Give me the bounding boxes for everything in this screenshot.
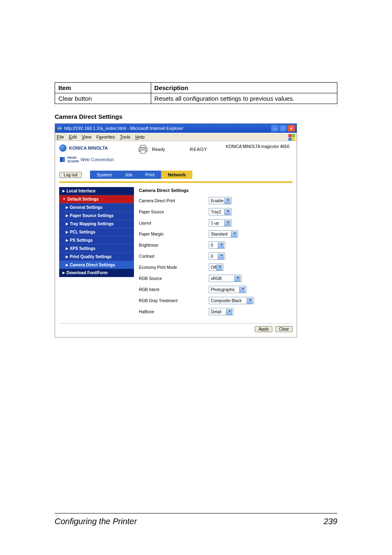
label-camera-direct-print: Camera Direct Print xyxy=(139,199,209,203)
sidebar-item-download-font[interactable]: ▶Download Font/Form xyxy=(59,269,134,277)
clear-button[interactable]: Clear xyxy=(275,326,293,332)
globe-icon xyxy=(59,144,67,152)
sidebar-item-local-interface[interactable]: ▶Local Interface xyxy=(59,187,134,195)
printer-icon xyxy=(137,144,149,154)
select-contrast[interactable]: 0 xyxy=(209,252,225,260)
sidebar: ▶Local Interface ▼Default Settings ▶Gene… xyxy=(59,187,134,319)
select-rgb-intent[interactable]: Photographic xyxy=(209,286,247,293)
label-paper-source: Paper Source xyxy=(139,210,209,214)
ie-icon xyxy=(57,125,62,131)
table-row: Clear button Resets all configuration se… xyxy=(55,93,337,104)
sidebar-item-print-quality[interactable]: ▶Print Quality Settings xyxy=(59,252,134,261)
tab-print[interactable]: Print xyxy=(139,171,161,179)
menu-view[interactable]: View xyxy=(82,134,92,139)
sidebar-item-general[interactable]: ▶General Settings xyxy=(59,203,134,211)
menu-favorites[interactable]: Favorites xyxy=(96,134,115,139)
select-rgb-source[interactable]: sRGB xyxy=(209,275,242,282)
logout-button[interactable]: Log out xyxy=(59,172,82,178)
apply-button[interactable]: Apply xyxy=(255,326,272,332)
menu-bar: File Edit View Favorites Tools Help xyxy=(55,133,297,141)
menu-file[interactable]: File xyxy=(57,134,64,139)
sidebar-item-default-settings[interactable]: ▼Default Settings xyxy=(59,195,134,203)
label-halftone: Halftone xyxy=(139,310,209,314)
sidebar-item-pcl[interactable]: ▶PCL Settings xyxy=(59,228,134,236)
label-contrast: Contrast xyxy=(139,254,209,259)
main-panel: Camera Direct Settings Camera Direct Pri… xyxy=(134,187,293,319)
select-paper-margin[interactable]: Standard xyxy=(209,230,238,238)
svg-rect-1 xyxy=(60,157,62,162)
tab-network[interactable]: Network xyxy=(161,171,192,179)
status-ready-small: Ready xyxy=(152,147,165,152)
menu-edit[interactable]: Edit xyxy=(69,134,77,139)
select-paper-source[interactable]: Tray2 xyxy=(209,208,232,215)
sidebar-item-ps[interactable]: ▶PS Settings xyxy=(59,236,134,244)
tab-bar: System Job Print Network xyxy=(90,171,192,179)
label-brightness: Brightness xyxy=(139,243,209,247)
menu-tools[interactable]: Tools xyxy=(120,134,131,139)
svg-rect-5 xyxy=(141,150,145,153)
select-halftone[interactable]: Detail xyxy=(209,308,233,315)
cell-item: Clear button xyxy=(55,93,151,104)
close-button[interactable]: × xyxy=(288,125,295,132)
label-rgb-gray: RGB Gray Treatment xyxy=(139,298,209,303)
svg-rect-2 xyxy=(62,157,65,162)
label-rgb-source: RGB Source xyxy=(139,276,209,281)
windows-logo-icon xyxy=(288,134,295,141)
label-layout: Layout xyxy=(139,221,209,225)
section-heading: Camera Direct Settings xyxy=(55,113,337,120)
tab-job[interactable]: Job xyxy=(118,171,139,179)
model-label: KONICA MINOLTA magicolor 4650 xyxy=(226,144,289,149)
select-brightness[interactable]: 0 xyxy=(209,241,225,249)
menu-help[interactable]: Help xyxy=(135,134,145,139)
konica-minolta-logo: KONICA MINOLTA xyxy=(59,144,137,152)
status-ready-big: READY xyxy=(190,147,208,152)
sidebar-item-camera-direct[interactable]: ▶Camera Direct Settings xyxy=(59,261,134,269)
sidebar-item-tray-mapping[interactable]: ▶Tray Mapping Settings xyxy=(59,220,134,228)
minimize-button[interactable]: – xyxy=(271,125,279,132)
sidebar-item-xps[interactable]: ▶XPS Settings xyxy=(59,244,134,252)
tab-system[interactable]: System xyxy=(90,171,118,179)
th-item: Item xyxy=(55,83,151,93)
th-description: Description xyxy=(151,83,337,93)
item-description-table: Item Description Clear button Resets all… xyxy=(55,82,337,104)
label-rgb-intent: RGB Intent xyxy=(139,287,209,292)
footer-title: Configuring the Printer xyxy=(55,517,137,526)
browser-window: http://192.168.1.2/a_index.html - Micros… xyxy=(55,123,297,338)
window-title-bar: http://192.168.1.2/a_index.html - Micros… xyxy=(55,124,297,133)
window-title: http://192.168.1.2/a_index.html - Micros… xyxy=(64,126,183,131)
label-economy-print: Economy Print Mode xyxy=(139,265,209,270)
panel-heading: Camera Direct Settings xyxy=(139,188,293,193)
pagescope-icon xyxy=(59,156,66,163)
sidebar-item-paper-source[interactable]: ▶Paper Source Settings xyxy=(59,211,134,220)
page-footer: Configuring the Printer 239 xyxy=(55,513,337,526)
select-layout[interactable]: 1-up xyxy=(209,219,232,227)
select-rgb-gray[interactable]: Composite Black xyxy=(209,297,254,304)
label-paper-margin: Paper Margin xyxy=(139,232,209,236)
svg-rect-4 xyxy=(141,145,145,148)
cell-description: Resets all configuration settings to pre… xyxy=(151,93,337,104)
select-camera-direct-print[interactable]: Enable xyxy=(209,197,232,204)
pagescope-label: PAGESCOPE Web Connection xyxy=(59,156,137,163)
maximize-button[interactable]: □ xyxy=(279,125,287,132)
page-number: 239 xyxy=(324,517,337,526)
select-economy-print[interactable]: Off xyxy=(209,264,224,271)
